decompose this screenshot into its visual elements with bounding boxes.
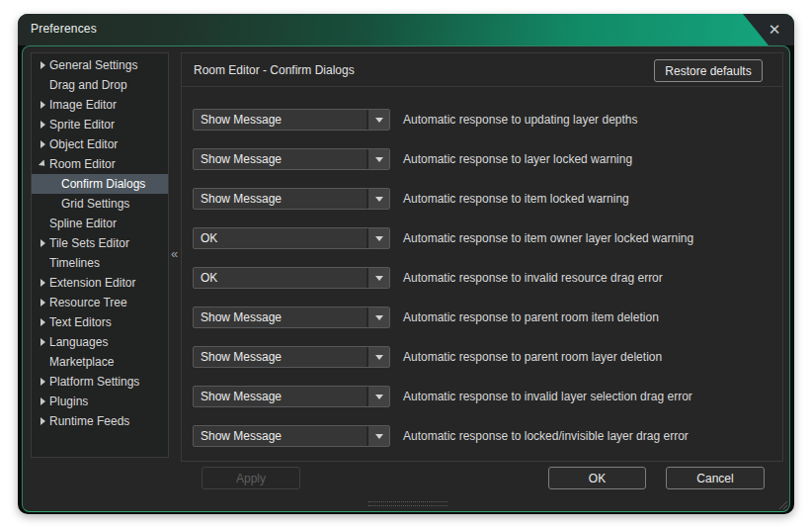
dropdown-arrow-button[interactable]	[366, 268, 389, 288]
dropdown-arrow-button[interactable]	[366, 347, 389, 367]
sidebar-item-label: Text Editors	[49, 315, 112, 329]
page-title: Room Editor - Confirm Dialogs	[194, 63, 355, 77]
response-dropdown[interactable]: Show Message	[193, 346, 390, 368]
expander-icon	[36, 397, 49, 405]
sidebar-tree-item[interactable]: Platform Settings	[32, 372, 168, 392]
response-dropdown[interactable]: OK	[193, 227, 390, 249]
dropdown-arrow-button[interactable]	[366, 189, 389, 209]
settings-row: Show Message Automatic response to item …	[193, 188, 782, 210]
response-dropdown[interactable]: Show Message	[193, 386, 390, 407]
resize-handle-dots[interactable]	[368, 501, 447, 506]
settings-row: OK Automatic response to invalid resourc…	[193, 267, 782, 289]
dropdown-arrow-button[interactable]	[366, 387, 389, 406]
ok-button[interactable]: OK	[548, 467, 646, 489]
expander-icon	[36, 61, 49, 69]
sidebar-tree-item[interactable]: Extension Editor	[32, 273, 168, 293]
sidebar-tree-item[interactable]: Tile Sets Editor	[32, 233, 168, 253]
row-label: Automatic response to updating layer dep…	[403, 113, 637, 127]
caret-down-icon	[375, 236, 383, 241]
expander-icon	[36, 121, 49, 129]
sidebar-tree-item[interactable]: Languages	[32, 332, 168, 352]
dropdown-arrow-button[interactable]	[366, 426, 389, 446]
expander-icon	[36, 160, 49, 168]
titlebar[interactable]: Preferences ✕	[18, 14, 794, 45]
row-label: Automatic response to item locked warnin…	[403, 192, 629, 206]
sidebar-collapse-icon[interactable]: «	[168, 246, 181, 262]
sidebar-item-label: Object Editor	[49, 137, 118, 151]
dropdown-arrow-button[interactable]	[366, 228, 389, 248]
preferences-window: Preferences ✕ General Settings Drag and …	[18, 14, 794, 514]
caret-down-icon	[375, 355, 383, 360]
sidebar-tree-item[interactable]: Confirm Dialogs	[32, 174, 168, 194]
sidebar-tree-item[interactable]: Drag and Drop	[32, 75, 168, 95]
sidebar-item-label: Spline Editor	[49, 217, 117, 230]
resize-grip[interactable]	[777, 499, 787, 509]
sidebar-item-label: Tile Sets Editor	[49, 236, 129, 250]
response-dropdown[interactable]: Show Message	[193, 148, 390, 170]
response-dropdown[interactable]: Show Message	[193, 109, 390, 131]
row-label: Automatic response to parent room layer …	[403, 350, 662, 364]
settings-header: Room Editor - Confirm Dialogs Restore de…	[182, 53, 782, 87]
expander-icon	[36, 239, 49, 247]
sidebar-tree-item[interactable]: Marketplace	[32, 352, 168, 372]
sidebar-tree: General Settings Drag and Drop Image Edi…	[31, 52, 169, 458]
restore-defaults-button[interactable]: Restore defaults	[654, 59, 763, 82]
dropdown-value: Show Message	[194, 347, 366, 367]
dropdown-value: OK	[194, 228, 366, 248]
settings-row: Show Message Automatic response to inval…	[193, 386, 782, 407]
sidebar-item-label: Runtime Feeds	[49, 414, 129, 428]
expander-icon	[36, 101, 49, 109]
sidebar-item-label: Grid Settings	[61, 197, 129, 211]
sidebar-tree-item[interactable]: Image Editor	[32, 95, 168, 115]
row-label: Automatic response to invalid resource d…	[403, 271, 663, 285]
sidebar-tree-item[interactable]: Sprite Editor	[32, 115, 168, 134]
caret-down-icon	[375, 276, 383, 281]
caret-down-icon	[375, 434, 383, 439]
response-dropdown[interactable]: OK	[193, 267, 390, 289]
sidebar-item-label: Room Editor	[49, 157, 116, 171]
sidebar-tree-item[interactable]: Grid Settings	[32, 194, 168, 214]
sidebar-tree-item[interactable]: Object Editor	[32, 134, 168, 154]
sidebar-item-label: Sprite Editor	[49, 118, 115, 132]
caret-down-icon	[375, 157, 383, 162]
settings-rows: Show Message Automatic response to updat…	[182, 87, 782, 447]
row-label: Automatic response to invalid layer sele…	[403, 390, 692, 403]
sidebar-tree-item[interactable]: Spline Editor	[32, 214, 168, 233]
sidebar-tree-item[interactable]: Text Editors	[32, 312, 168, 332]
response-dropdown[interactable]: Show Message	[193, 425, 390, 447]
response-dropdown[interactable]: Show Message	[193, 307, 390, 328]
caret-down-icon	[375, 315, 383, 320]
dropdown-arrow-button[interactable]	[366, 149, 389, 169]
expander-icon	[36, 279, 49, 287]
sidebar-item-label: Confirm Dialogs	[61, 177, 145, 191]
cancel-button[interactable]: Cancel	[666, 467, 765, 489]
sidebar-item-label: Languages	[49, 335, 108, 349]
sidebar-tree-item[interactable]: General Settings	[32, 55, 168, 75]
settings-row: Show Message Automatic response to layer…	[193, 148, 782, 170]
settings-row: Show Message Automatic response to updat…	[193, 109, 782, 131]
sidebar-item-label: Extension Editor	[49, 276, 135, 290]
row-label: Automatic response to parent room item d…	[403, 310, 659, 324]
expander-icon	[36, 140, 49, 148]
dropdown-value: Show Message	[194, 149, 366, 169]
sidebar-tree-item[interactable]: Timelines	[32, 253, 168, 273]
response-dropdown[interactable]: Show Message	[193, 188, 390, 210]
expander-icon	[36, 417, 49, 425]
expander-icon	[36, 378, 49, 386]
apply-button[interactable]: Apply	[202, 467, 300, 489]
close-icon[interactable]: ✕	[765, 20, 784, 40]
sidebar-tree-item[interactable]: Room Editor	[32, 154, 168, 174]
dropdown-value: Show Message	[194, 110, 366, 130]
expander-icon	[36, 338, 49, 346]
dropdown-value: Show Message	[194, 387, 366, 406]
sidebar-tree-item[interactable]: Plugins	[32, 392, 168, 411]
sidebar-item-label: Resource Tree	[49, 296, 127, 309]
sidebar-tree-item[interactable]: Runtime Feeds	[32, 411, 168, 431]
window-title: Preferences	[31, 22, 97, 36]
dropdown-arrow-button[interactable]	[366, 307, 389, 327]
sidebar-item-label: Marketplace	[49, 355, 114, 369]
sidebar-tree-item[interactable]: Resource Tree	[32, 293, 168, 312]
settings-row: OK Automatic response to item owner laye…	[193, 227, 782, 249]
dropdown-arrow-button[interactable]	[366, 110, 389, 130]
dialog-body: General Settings Drag and Drop Image Edi…	[22, 45, 790, 512]
